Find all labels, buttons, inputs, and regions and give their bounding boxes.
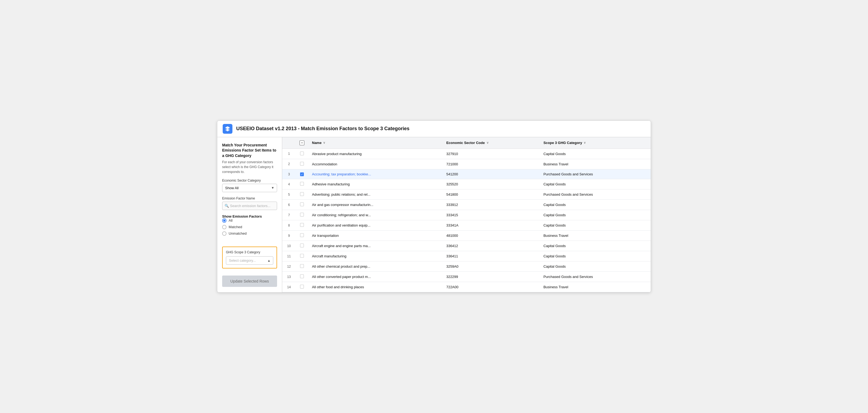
radio-all[interactable]: All xyxy=(222,218,277,223)
row-checkbox[interactable] xyxy=(300,182,304,186)
row-checkbox-cell xyxy=(296,189,308,200)
radio-all-circle xyxy=(222,218,226,223)
row-checkbox-cell xyxy=(296,149,308,159)
table-row: 13All other converted paper product m...… xyxy=(282,272,651,282)
row-scope: Business Travel xyxy=(539,159,651,169)
row-num: 14 xyxy=(282,282,296,292)
row-checkbox[interactable] xyxy=(300,274,304,278)
row-code: 3259A0 xyxy=(442,261,539,272)
row-name[interactable]: Accounting; tax preparation; bookke... xyxy=(308,169,442,179)
row-checkbox[interactable] xyxy=(300,172,304,176)
radio-matched-label: Matched xyxy=(229,225,242,229)
row-scope: Business Travel xyxy=(539,282,651,292)
radio-matched[interactable]: Matched xyxy=(222,225,277,229)
search-input[interactable] xyxy=(222,202,277,210)
row-name: Air conditioning; refrigeration; and w..… xyxy=(308,210,442,220)
row-name: All other chemical product and prep... xyxy=(308,261,442,272)
show-factors-title: Show Emission Factors xyxy=(222,214,277,218)
row-checkbox[interactable] xyxy=(300,223,304,227)
search-wrapper: 🔍 xyxy=(222,202,277,210)
ghg-category-select[interactable]: Select category... xyxy=(226,256,273,265)
row-scope: Purchased Goods and Services xyxy=(539,169,651,179)
row-checkbox[interactable] xyxy=(300,233,304,237)
col-code: Economic Sector Code ∨ xyxy=(442,137,539,149)
row-num: 4 xyxy=(282,179,296,189)
row-scope: Capital Goods xyxy=(539,210,651,220)
row-checkbox[interactable] xyxy=(300,213,304,216)
radio-unmatched-label: Unmatched xyxy=(229,231,247,235)
row-num: 3 xyxy=(282,169,296,179)
radio-matched-circle xyxy=(222,225,226,229)
row-scope: Capital Goods xyxy=(539,261,651,272)
emission-factor-field: Emission Factor Name 🔍 xyxy=(222,197,277,210)
row-checkbox[interactable] xyxy=(300,243,304,247)
row-num: 2 xyxy=(282,159,296,169)
show-factors-section: Show Emission Factors All Matched xyxy=(222,214,277,236)
row-scope: Capital Goods xyxy=(539,200,651,210)
row-scope: Purchased Goods and Services xyxy=(539,272,651,282)
col-name-sort-icon[interactable]: ∨ xyxy=(323,141,325,145)
row-checkbox-cell xyxy=(296,179,308,189)
ghg-select-wrapper: Select category... ▲ xyxy=(226,256,273,265)
right-panel: − Name ∨ Economic Sector Code ∨ xyxy=(282,137,651,293)
row-checkbox[interactable] xyxy=(300,285,304,289)
row-checkbox[interactable] xyxy=(300,254,304,258)
table-row: 11Aircraft manufacturing336411Capital Go… xyxy=(282,251,651,261)
table-row: 2Accommodation721000Business Travel xyxy=(282,159,651,169)
table-row: 6Air and gas compressor manufacturin...3… xyxy=(282,200,651,210)
table-row: 1Abrasive product manufacturing327910Cap… xyxy=(282,149,651,159)
row-checkbox[interactable] xyxy=(300,192,304,196)
row-code: 722A00 xyxy=(442,282,539,292)
row-code: 481000 xyxy=(442,231,539,241)
select-all-minus-button[interactable]: − xyxy=(300,141,304,145)
spacer xyxy=(222,240,277,242)
row-checkbox-cell xyxy=(296,272,308,282)
row-checkbox-cell xyxy=(296,241,308,251)
row-checkbox-cell xyxy=(296,169,308,179)
row-num: 13 xyxy=(282,272,296,282)
row-checkbox[interactable] xyxy=(300,264,304,268)
row-name: All other food and drinking places xyxy=(308,282,442,292)
row-code: 336411 xyxy=(442,251,539,261)
row-num: 10 xyxy=(282,241,296,251)
page-title: USEEIO Dataset v1.2 2013 - Match Emissio… xyxy=(236,126,409,131)
row-code: 327910 xyxy=(442,149,539,159)
panel-heading-block: Match Your Procurement Emissions Factor … xyxy=(222,143,277,174)
row-checkbox[interactable] xyxy=(300,162,304,166)
app-logo xyxy=(223,124,232,134)
col-code-inner: Economic Sector Code ∨ xyxy=(446,141,536,145)
row-scope: Purchased Goods and Services xyxy=(539,189,651,200)
panel-heading: Match Your Procurement Emissions Factor … xyxy=(222,143,277,158)
row-scope: Business Travel xyxy=(539,231,651,241)
row-checkbox[interactable] xyxy=(300,202,304,206)
col-code-sort-icon[interactable]: ∨ xyxy=(487,141,489,145)
left-panel: Match Your Procurement Emissions Factor … xyxy=(217,137,282,293)
ghg-category-box: GHG Scope 3 Category Select category... … xyxy=(222,246,277,268)
row-name: Air and gas compressor manufacturin... xyxy=(308,200,442,210)
col-code-label: Economic Sector Code xyxy=(446,141,485,145)
row-num: 1 xyxy=(282,149,296,159)
row-name: All other converted paper product m... xyxy=(308,272,442,282)
col-name-inner: Name ∨ xyxy=(312,141,439,145)
update-selected-rows-button[interactable]: Update Selected Rows xyxy=(222,275,277,287)
row-checkbox[interactable] xyxy=(300,152,304,155)
title-bar: USEEIO Dataset v1.2 2013 - Match Emissio… xyxy=(217,121,651,137)
emission-factor-label: Emission Factor Name xyxy=(222,197,277,200)
row-checkbox-cell xyxy=(296,251,308,261)
col-scope-sort-icon[interactable]: ∨ xyxy=(584,141,586,145)
row-name: Advertising; public relations; and rel..… xyxy=(308,189,442,200)
row-code: 33341A xyxy=(442,220,539,231)
row-code: 333912 xyxy=(442,200,539,210)
row-name: Accommodation xyxy=(308,159,442,169)
app-window: USEEIO Dataset v1.2 2013 - Match Emissio… xyxy=(217,120,651,293)
table-header-row: − Name ∨ Economic Sector Code ∨ xyxy=(282,137,651,149)
radio-unmatched[interactable]: Unmatched xyxy=(222,231,277,236)
row-code: 721000 xyxy=(442,159,539,169)
radio-group: All Matched Unmatched xyxy=(222,218,277,236)
economic-sector-select[interactable]: Show All xyxy=(222,184,277,192)
row-code: 541200 xyxy=(442,169,539,179)
table-row: 4Adhesive manufacturing325520Capital Goo… xyxy=(282,179,651,189)
col-scope: Scope 3 GHG Category ∨ xyxy=(539,137,651,149)
table-row: 9Air transportation481000Business Travel xyxy=(282,231,651,241)
row-num: 9 xyxy=(282,231,296,241)
